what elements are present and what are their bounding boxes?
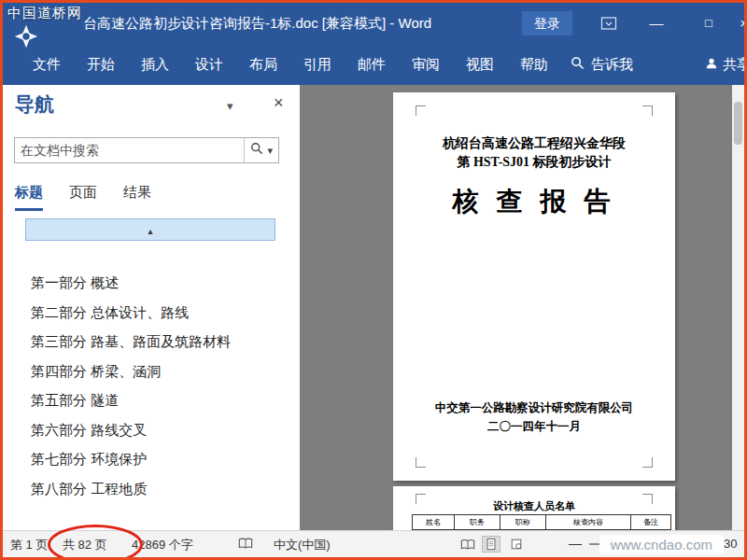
zoom-out-button[interactable]: — <box>569 536 582 551</box>
cover-subtitle-line2: 第 HST-SJ01 标段初步设计 <box>393 154 675 171</box>
nav-heading-item[interactable]: 第一部分 概述 <box>3 268 300 298</box>
search-input[interactable] <box>15 138 244 162</box>
cover-company: 中交第一公路勘察设计研究院有限公司 <box>393 400 675 416</box>
person-icon <box>705 57 718 73</box>
document-canvas[interactable]: 杭绍台高速公路工程绍兴金华段 第 HST-SJ01 标段初步设计 核 查 报 告… <box>300 85 744 530</box>
navigation-pane: 导航 ▾ × ▾ 标题 页面 结果 ▴ 第一部分 概述 <box>3 85 300 530</box>
ribbon-display-options-icon[interactable] <box>600 15 617 32</box>
status-bar: 第 1 页 共 82 页 42869 个字 中文(中国) <box>3 530 744 557</box>
cover-subtitle-line1: 杭绍台高速公路工程绍兴金华段 <box>393 135 675 152</box>
document-page-1[interactable]: 杭绍台高速公路工程绍兴金华段 第 HST-SJ01 标段初步设计 核 查 报 告… <box>393 92 675 481</box>
search-icon <box>571 56 585 73</box>
close-pane-icon[interactable]: × <box>274 93 284 113</box>
print-layout-button[interactable] <box>482 536 500 553</box>
roster-table: 姓名 职务 职称 核查内容 备注 <box>412 514 671 530</box>
search-options-button[interactable]: ▾ <box>244 138 278 162</box>
close-window-button[interactable]: × <box>735 3 747 44</box>
word-count[interactable]: 42869 个字 <box>132 537 193 553</box>
search-icon <box>250 142 263 159</box>
margin-corner-mark <box>416 105 426 116</box>
tab-mailings[interactable]: 邮件 <box>345 44 399 85</box>
tab-layout[interactable]: 布局 <box>236 44 290 85</box>
table-row: 姓名 职务 职称 核查内容 备注 <box>413 515 671 530</box>
sign-in-button[interactable]: 登录 <box>522 11 572 35</box>
minimize-button[interactable]: — <box>641 3 671 44</box>
nav-heading-item[interactable]: 第七部分 环境保护 <box>3 444 300 474</box>
web-layout-button[interactable] <box>507 536 526 553</box>
scrollbar-thumb[interactable] <box>734 102 742 145</box>
share-label: 共享 <box>723 56 744 74</box>
tab-home[interactable]: 开始 <box>74 44 128 85</box>
tell-me-label: 告诉我 <box>591 56 633 74</box>
table-header-cell: 姓名 <box>413 515 455 530</box>
word-window: 台高速公路初步设计咨询报告-1标.doc [兼容模式] - Word 登录 — … <box>0 0 747 560</box>
nav-heading-item[interactable]: 第八部分 工程地质 <box>3 474 300 504</box>
tab-view[interactable]: 视图 <box>453 44 507 85</box>
tab-help[interactable]: 帮助 <box>507 44 561 85</box>
zoom-slider-thumb[interactable] <box>610 539 613 550</box>
tab-file[interactable]: 文件 <box>20 44 74 85</box>
nav-pane-tabs: 标题 页面 结果 <box>15 184 151 211</box>
nav-tab-headings[interactable]: 标题 <box>15 184 43 211</box>
margin-corner-mark <box>642 105 653 116</box>
proofing-icon[interactable] <box>238 538 253 553</box>
margin-corner-mark <box>416 457 426 468</box>
language-indicator[interactable]: 中文(中国) <box>274 537 331 553</box>
tab-review[interactable]: 审阅 <box>399 44 453 85</box>
tab-design[interactable]: 设计 <box>182 44 236 85</box>
headings-list: 第一部分 概述 第二部分 总体设计、路线 第三部分 路基、路面及筑路材料 第四部… <box>3 268 300 503</box>
cover-main-title: 核 查 报 告 <box>393 184 675 219</box>
nav-heading-item[interactable]: 第五部分 隧道 <box>3 385 300 415</box>
ribbon-tab-bar: 文件 开始 插入 设计 布局 引用 邮件 审阅 视图 帮助 告诉我 <box>3 44 744 85</box>
table-header-cell: 备注 <box>631 515 671 530</box>
nav-tab-pages[interactable]: 页面 <box>69 184 97 211</box>
cover-date: 二〇一四年十一月 <box>393 419 675 435</box>
nav-heading-item[interactable]: 第四部分 桥梁、涵洞 <box>3 357 300 386</box>
selected-heading-item[interactable]: ▴ <box>25 218 275 241</box>
table-header-cell: 职务 <box>455 515 500 530</box>
tab-references[interactable]: 引用 <box>290 44 345 85</box>
zoom-percentage[interactable]: 30 <box>724 537 737 551</box>
window-title: 台高速公路初步设计咨询报告-1标.doc [兼容模式] - Word <box>83 3 431 44</box>
nav-heading-item[interactable]: 第六部分 路线交叉 <box>3 415 300 445</box>
navigation-pane-title: 导航 <box>15 91 54 118</box>
nav-tab-results[interactable]: 结果 <box>123 184 151 211</box>
title-bar: 台高速公路初步设计咨询报告-1标.doc [兼容模式] - Word 登录 — … <box>3 3 744 44</box>
chevron-down-icon[interactable]: ▾ <box>227 99 233 113</box>
share-button[interactable]: 共享 <box>705 44 744 85</box>
collapse-triangle-icon: ▴ <box>148 226 152 236</box>
chevron-down-icon: ▾ <box>267 145 273 157</box>
maximize-button[interactable]: □ <box>694 3 724 44</box>
document-search-box: ▾ <box>14 137 279 163</box>
nav-heading-item[interactable]: 第三部分 路基、路面及筑路材料 <box>3 327 300 357</box>
table-header-cell: 核查内容 <box>546 515 631 530</box>
page-indicator[interactable]: 第 1 页 <box>10 537 48 553</box>
tab-insert[interactable]: 插入 <box>128 44 182 85</box>
document-page-2[interactable]: 设计核查人员名单 姓名 职务 职称 核查内容 备注 <box>393 486 675 530</box>
read-mode-button[interactable] <box>458 536 477 553</box>
page-total[interactable]: 共 82 页 <box>63 537 107 553</box>
table-header-cell: 职称 <box>500 515 546 530</box>
margin-corner-mark <box>642 457 653 468</box>
roster-table-title: 设计核查人员名单 <box>393 499 675 513</box>
tell-me-search[interactable]: 告诉我 <box>571 56 633 74</box>
vertical-scrollbar[interactable] <box>732 85 744 530</box>
nav-heading-item[interactable]: 第二部分 总体设计、路线 <box>3 298 300 328</box>
zoom-slider[interactable] <box>589 543 669 545</box>
zoom-in-button[interactable]: + <box>677 535 685 551</box>
